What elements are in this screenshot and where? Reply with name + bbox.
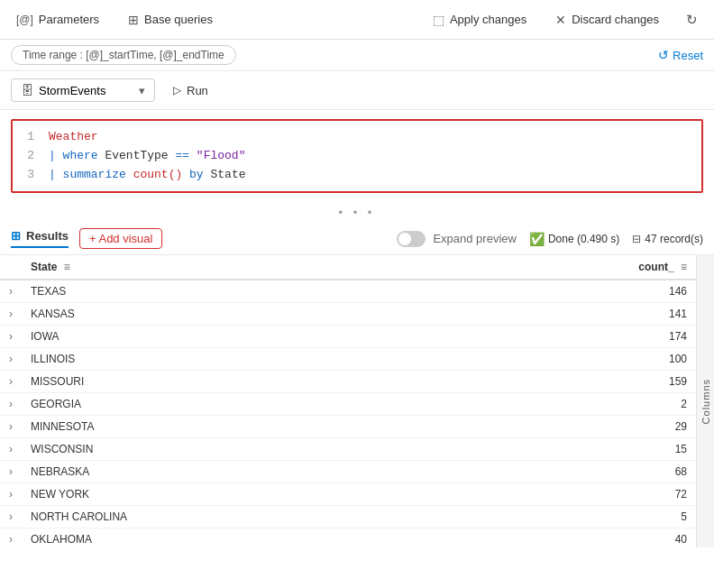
table-row[interactable]: › IOWA 174 xyxy=(0,326,696,348)
th-state: State ≡ xyxy=(22,255,449,280)
chevron-down-icon: ▾ xyxy=(139,84,145,97)
results-tab[interactable]: ⊞ Results xyxy=(11,229,69,248)
cell-state: MINNESOTA xyxy=(22,416,449,438)
row-expand-icon[interactable]: › xyxy=(0,416,22,438)
state-col-menu-icon[interactable]: ≡ xyxy=(64,261,70,273)
time-range-bar: Time range : [@]_startTime, [@]_endTime … xyxy=(0,40,714,71)
time-range-label: Time range : [@]_startTime, [@]_endTime xyxy=(23,49,224,61)
cell-state: NEBRASKA xyxy=(22,461,449,483)
table-row[interactable]: › OKLAHOMA 40 xyxy=(0,528,696,548)
cell-count: 5 xyxy=(449,506,696,528)
results-tab-label: Results xyxy=(26,229,69,243)
cell-state: GEORGIA xyxy=(22,393,449,416)
code-line-3-text: | summarize count() by State xyxy=(49,166,246,185)
cell-count: 29 xyxy=(449,416,696,438)
cell-count: 40 xyxy=(449,528,696,548)
row-expand-icon[interactable]: › xyxy=(0,303,22,326)
table-row[interactable]: › KANSAS 141 xyxy=(0,303,696,326)
parameters-tab[interactable]: [@] Parameters xyxy=(11,9,105,30)
top-toolbar: [@] Parameters ⊞ Base queries ⬚ Apply ch… xyxy=(0,0,714,40)
cell-state: WISCONSIN xyxy=(22,438,449,461)
table-row[interactable]: › MINNESOTA 29 xyxy=(0,416,696,438)
code-line-1-text: Weather xyxy=(49,128,98,147)
expand-preview-toggle[interactable] xyxy=(397,231,426,247)
code-line-2: 2 | where EventType == "Flood" xyxy=(20,147,694,166)
reset-icon: ↺ xyxy=(658,48,669,62)
time-range-pill[interactable]: Time range : [@]_startTime, [@]_endTime xyxy=(11,45,236,65)
cell-count: 15 xyxy=(449,438,696,461)
toggle-knob xyxy=(398,233,411,245)
cell-count: 141 xyxy=(449,303,696,326)
row-expand-icon[interactable]: › xyxy=(0,393,22,416)
database-name: StormEvents xyxy=(39,84,105,97)
columns-panel-label: Columns xyxy=(700,379,711,424)
row-expand-icon[interactable]: › xyxy=(0,528,22,548)
table-row[interactable]: › WISCONSIN 15 xyxy=(0,438,696,461)
cell-state: TEXAS xyxy=(22,280,449,303)
table-row[interactable]: › GEORGIA 2 xyxy=(0,393,696,416)
divider[interactable]: • • • xyxy=(0,202,714,223)
row-expand-icon[interactable]: › xyxy=(0,483,22,506)
run-icon: ▷ xyxy=(173,84,181,96)
add-visual-button[interactable]: + Add visual xyxy=(79,228,162,249)
table-row[interactable]: › ILLINOIS 100 xyxy=(0,348,696,371)
run-button[interactable]: ▷ Run xyxy=(164,80,217,101)
row-expand-icon[interactable]: › xyxy=(0,348,22,371)
discard-changes-button[interactable]: ✕ Discard changes xyxy=(548,9,666,31)
query-area: 🗄 StormEvents ▾ ▷ Run xyxy=(0,71,714,110)
results-icon: ⊞ xyxy=(11,229,21,243)
results-table-container[interactable]: State ≡ count_ ≡ › TEXAS 146 › KANSAS 14… xyxy=(0,255,696,547)
records-icon: ⊟ xyxy=(632,233,641,245)
expand-preview-toggle-wrap: Expand preview xyxy=(397,231,517,247)
table-row[interactable]: › NEBRASKA 68 xyxy=(0,461,696,483)
base-queries-tab[interactable]: ⊞ Base queries xyxy=(123,9,218,31)
cell-count: 68 xyxy=(449,461,696,483)
cell-count: 2 xyxy=(449,393,696,416)
row-expand-icon[interactable]: › xyxy=(0,280,22,303)
discard-icon: ✕ xyxy=(555,13,566,27)
th-count: count_ ≡ xyxy=(449,255,696,280)
cell-state: IOWA xyxy=(22,326,449,348)
row-expand-icon[interactable]: › xyxy=(0,506,22,528)
cell-state: KANSAS xyxy=(22,303,449,326)
parameters-icon: [@] xyxy=(16,14,33,26)
row-expand-icon[interactable]: › xyxy=(0,461,22,483)
table-row[interactable]: › NORTH CAROLINA 5 xyxy=(0,506,696,528)
discard-changes-label: Discard changes xyxy=(572,13,659,26)
table-row[interactable]: › MISSOURI 159 xyxy=(0,371,696,393)
main-content: State ≡ count_ ≡ › TEXAS 146 › KANSAS 14… xyxy=(0,255,714,547)
refresh-button[interactable]: ↻ xyxy=(681,8,703,32)
cell-state: NEW YORK xyxy=(22,483,449,506)
base-queries-label: Base queries xyxy=(144,13,213,26)
apply-changes-button[interactable]: ⬚ Apply changes xyxy=(426,9,534,31)
refresh-icon: ↻ xyxy=(686,12,698,28)
add-visual-label: + Add visual xyxy=(89,232,152,245)
cell-state: OKLAHOMA xyxy=(22,528,449,548)
row-expand-icon[interactable]: › xyxy=(0,371,22,393)
reset-button[interactable]: ↺ Reset xyxy=(658,48,703,62)
cell-count: 174 xyxy=(449,326,696,348)
parameters-label: Parameters xyxy=(39,13,99,26)
row-expand-icon[interactable]: › xyxy=(0,438,22,461)
th-expand xyxy=(0,255,22,280)
code-editor[interactable]: 1 Weather 2 | where EventType == "Flood"… xyxy=(11,119,703,193)
columns-panel[interactable]: Columns xyxy=(696,255,714,547)
code-line-3: 3 | summarize count() by State xyxy=(20,166,694,185)
database-selector[interactable]: 🗄 StormEvents ▾ xyxy=(11,78,155,102)
apply-changes-label: Apply changes xyxy=(450,13,526,26)
code-line-2-text: | where EventType == "Flood" xyxy=(49,147,245,166)
code-line-1: 1 Weather xyxy=(20,128,694,147)
database-icon: 🗄 xyxy=(21,83,33,97)
line-num-3: 3 xyxy=(20,166,34,185)
count-col-menu-icon[interactable]: ≡ xyxy=(681,261,687,273)
cell-state: ILLINOIS xyxy=(22,348,449,371)
table-row[interactable]: › TEXAS 146 xyxy=(0,280,696,303)
line-num-1: 1 xyxy=(20,128,34,147)
done-label: Done (0.490 s) xyxy=(548,233,619,245)
table-row[interactable]: › NEW YORK 72 xyxy=(0,483,696,506)
results-table: State ≡ count_ ≡ › TEXAS 146 › KANSAS 14… xyxy=(0,255,696,547)
table-header-row: State ≡ count_ ≡ xyxy=(0,255,696,280)
done-badge: ✅ Done (0.490 s) xyxy=(529,232,619,246)
row-expand-icon[interactable]: › xyxy=(0,326,22,348)
run-label: Run xyxy=(187,84,208,97)
